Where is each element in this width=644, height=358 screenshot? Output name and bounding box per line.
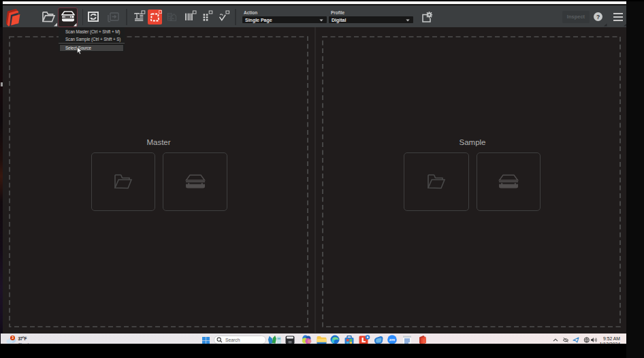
- svg-text:zm: zm: [389, 338, 395, 342]
